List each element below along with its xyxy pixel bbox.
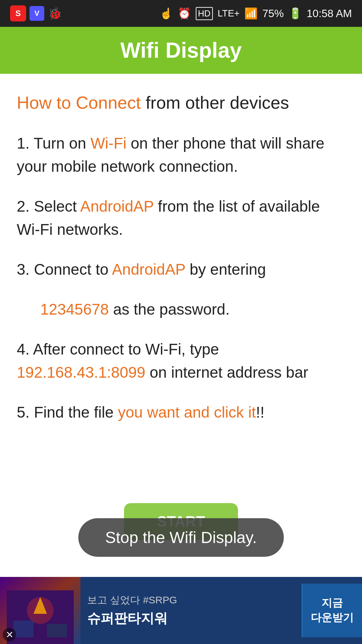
- ad-banner[interactable]: ✕ 보고 싶었다 #SRPG 슈퍼판타지워 지금 다운받기: [0, 577, 362, 644]
- svg-rect-3: [47, 624, 67, 637]
- app-header: Wifi Display: [0, 27, 362, 74]
- step-3-after: by entering: [185, 261, 266, 278]
- step-2-number: 2.: [17, 198, 29, 215]
- step-3-highlight: AndroidAP: [112, 261, 185, 278]
- step-1-highlight: Wi-Fi: [90, 135, 126, 152]
- ad-brand-text: 슈퍼판타지워: [87, 611, 168, 626]
- ad-thumbnail: ✕: [0, 577, 80, 644]
- step-1-number: 1.: [17, 135, 29, 152]
- step-5-number: 5.: [17, 404, 29, 421]
- password-value: 12345678: [40, 301, 109, 318]
- ad-close-icon[interactable]: ✕: [3, 628, 16, 641]
- section-title: How to Connect from other devices: [17, 91, 345, 115]
- status-bar: S V 🐞 ☝ ⏰ HD LTE+ 📶 75% 🔋 10:58 AM: [0, 0, 362, 27]
- alarm-icon: ⏰: [178, 7, 191, 20]
- step-1-before: Turn on: [29, 135, 90, 152]
- stop-button[interactable]: Stop the Wifi Display.: [78, 518, 284, 557]
- step-5-after: !!: [256, 404, 264, 421]
- step-5-highlight: you want and click it: [118, 404, 256, 421]
- page-title: Wifi Display: [120, 38, 242, 63]
- hd-icon: HD: [196, 7, 213, 20]
- ad-text-area: 보고 싶었다 #SRPG 슈퍼판타지워: [80, 590, 302, 631]
- battery-percent: 75%: [262, 7, 284, 20]
- step-3-number: 3.: [17, 261, 29, 278]
- step-3-before: Connect to: [29, 261, 112, 278]
- hand-icon: ☝: [160, 7, 173, 20]
- section-title-highlighted: How to Connect: [17, 93, 141, 112]
- ad-cta-button[interactable]: 지금 다운받기: [302, 584, 362, 637]
- svg-rect-2: [13, 621, 34, 637]
- step-4-number: 4.: [17, 340, 29, 358]
- section-title-rest: from other devices: [141, 93, 289, 112]
- step-4-ip: 192.168.43.1:8099: [17, 364, 145, 381]
- ad-line2: 슈퍼판타지워: [87, 609, 295, 628]
- ad-line1: 보고 싶었다 #SRPG: [87, 593, 295, 607]
- step-2: 2. Select AndroidAP from the list of ava…: [17, 195, 345, 241]
- app-icon-s: S: [10, 5, 26, 21]
- clock: 10:58 AM: [307, 7, 352, 20]
- step-4: 4. After connect to Wi-Fi, type 192.168.…: [17, 338, 345, 384]
- step-5: 5. Find the file you want and click it!!: [17, 401, 345, 424]
- lte-label: LTE+: [218, 8, 240, 19]
- step-4-after: on internet address bar: [145, 364, 308, 381]
- ad-cta-line1: 지금: [321, 596, 343, 610]
- step-3: 3. Connect to AndroidAP by entering: [17, 258, 345, 281]
- ad-cta-line2: 다운받기: [311, 610, 354, 625]
- step-1: 1. Turn on Wi-Fi on ther phone that will…: [17, 132, 345, 178]
- signal-bars-icon: 📶: [244, 7, 258, 20]
- app-icon-v: V: [29, 6, 44, 21]
- step-2-before: Select: [29, 198, 80, 215]
- battery-icon: 🔋: [289, 7, 302, 20]
- status-bar-left: S V 🐞: [10, 5, 62, 21]
- stop-button-wrap: Stop the Wifi Display.: [78, 518, 284, 557]
- main-content: How to Connect from other devices 1. Tur…: [0, 74, 362, 424]
- password-suffix: as the password.: [109, 301, 230, 318]
- step-2-highlight: AndroidAP: [80, 198, 154, 215]
- app-icon-bug: 🐞: [48, 6, 62, 21]
- step-4-before: After connect to Wi-Fi, type: [29, 340, 219, 358]
- status-bar-right: ☝ ⏰ HD LTE+ 📶 75% 🔋 10:58 AM: [160, 7, 352, 20]
- step-5-before: Find the file: [29, 404, 118, 421]
- step-3-password: 12345678 as the password.: [17, 298, 345, 321]
